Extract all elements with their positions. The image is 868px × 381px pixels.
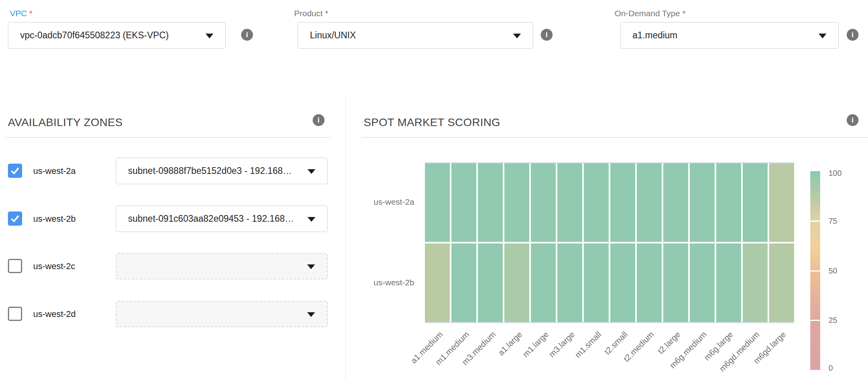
heatmap-cell-us-west-2b-a1.large [504, 243, 529, 322]
dropdown-arrow-icon [308, 217, 315, 222]
vpc-label-text: VPC [10, 9, 27, 18]
spot-configuration-page: VPC * vpc-0adcb70f645508223 (EKS-VPC) i … [0, 0, 868, 381]
heatmap-column-label: t2.large [656, 330, 682, 356]
on-demand-type-select[interactable]: a1.medium [620, 22, 839, 49]
heatmap-cell-us-west-2a-t2.medium [637, 163, 662, 242]
product-select-value: Linux/UNIX [310, 30, 356, 41]
zone-row-us-west-2c: us-west-2c [0, 253, 345, 279]
subnet-select-value: subnet-091c603aa82e09453 - 192.168… [128, 213, 294, 224]
heatmap-column-label: m1.large [521, 330, 550, 359]
vpc-select[interactable]: vpc-0adcb70f645508223 (EKS-VPC) [8, 22, 226, 49]
spot-market-scoring-title: SPOT MARKET SCORING [364, 116, 500, 129]
heatmap-cell-us-west-2b-m1.medium [451, 243, 476, 322]
vpc-info-icon[interactable]: i [241, 29, 253, 41]
colorbar-tick-label: 50 [828, 266, 837, 275]
subnet-select-value: subnet-09888f7be5152d0e3 - 192.168… [128, 166, 292, 176]
vpc-required-marker: * [29, 9, 32, 18]
zone-checkbox-us-west-2c[interactable] [8, 259, 22, 273]
heatmap-cell-us-west-2b-m6g.large [716, 243, 741, 322]
heatmap-cell-us-west-2b-m1.large [531, 243, 556, 322]
heatmap-grid [425, 162, 794, 323]
dropdown-arrow-icon [206, 34, 213, 38]
dropdown-arrow-icon [513, 34, 521, 38]
dropdown-arrow-icon [819, 34, 826, 38]
section-divider [345, 96, 346, 381]
colorbar-tick-label: 25 [828, 316, 837, 325]
product-required-marker: * [325, 9, 328, 18]
heatmap-cell-us-west-2b-t2.large [663, 243, 688, 322]
on-demand-type-required-marker: * [682, 9, 685, 18]
heatmap-column-label: t2.small [602, 330, 629, 356]
product-label: Product * [294, 9, 328, 18]
product-label-text: Product [294, 9, 323, 18]
zone-checkbox-us-west-2a[interactable] [8, 164, 22, 178]
heatmap-cell-us-west-2b-m3.medium [478, 243, 503, 322]
heatmap-cell-us-west-2b-m3.large [557, 243, 582, 322]
heatmap-row-label: us-west-2b [351, 278, 414, 287]
vpc-label: VPC * [10, 9, 32, 18]
on-demand-type-label: On-Demand Type * [615, 9, 685, 18]
heatmap-cell-us-west-2b-m6g.medium [690, 243, 715, 322]
heatmap-cell-us-west-2b-a1.medium [425, 243, 450, 322]
dropdown-arrow-icon [307, 312, 315, 317]
check-icon [9, 165, 21, 177]
product-info-icon[interactable]: i [541, 29, 553, 41]
zone-checkbox-us-west-2d[interactable] [8, 307, 22, 321]
subnet-select-us-west-2c[interactable] [116, 253, 328, 279]
zone-label: us-west-2d [33, 301, 76, 327]
heatmap-column-label: a1.large [496, 330, 524, 358]
heatmap-colorbar [810, 171, 820, 370]
on-demand-type-info-icon[interactable]: i [847, 29, 859, 41]
on-demand-type-select-value: a1.medium [632, 30, 677, 41]
heatmap-cell-us-west-2a-m1.large [531, 163, 556, 242]
heatmap-cell-us-west-2b-m1.small [584, 243, 609, 322]
heatmap-cell-us-west-2a-t2.small [610, 163, 635, 242]
availability-zones-title: AVAILABILITY ZONES [8, 116, 123, 129]
dropdown-arrow-icon [308, 169, 315, 174]
heatmap-cell-us-west-2b-t2.small [610, 243, 635, 322]
colorbar-tick-label: 100 [828, 169, 842, 178]
zone-label: us-west-2b [33, 206, 76, 232]
heatmap-cell-us-west-2a-m1.small [584, 163, 609, 242]
subnet-select-us-west-2a[interactable]: subnet-09888f7be5152d0e3 - 192.168… [116, 158, 328, 184]
heatmap-cell-us-west-2a-m6gd.medium [743, 163, 768, 242]
zone-row-us-west-2b: us-west-2bsubnet-091c603aa82e09453 - 192… [0, 206, 345, 232]
heatmap-cell-us-west-2a-m6g.large [716, 163, 741, 242]
heatmap-column-label: m3.large [547, 330, 577, 359]
zone-row-us-west-2d: us-west-2d [0, 301, 345, 327]
spot-market-scoring-divider [361, 137, 868, 138]
spot-market-scoring-info-icon[interactable]: i [847, 114, 859, 126]
heatmap-cell-us-west-2a-m3.large [557, 163, 582, 242]
vpc-select-value: vpc-0adcb70f645508223 (EKS-VPC) [20, 30, 169, 41]
heatmap-row-label: us-west-2a [351, 197, 414, 207]
availability-zones-divider [6, 137, 330, 138]
heatmap-cell-us-west-2b-t2.medium [637, 243, 662, 322]
subnet-select-us-west-2d[interactable] [116, 301, 328, 327]
heatmap-cell-us-west-2a-m6g.medium [690, 163, 715, 242]
check-icon [9, 213, 21, 224]
zone-row-us-west-2a: us-west-2asubnet-09888f7be5152d0e3 - 192… [0, 158, 345, 184]
zone-label: us-west-2c [33, 253, 75, 279]
dropdown-arrow-icon [307, 264, 315, 269]
on-demand-type-label-text: On-Demand Type [615, 9, 680, 18]
colorbar-tick-label: 0 [828, 364, 833, 373]
heatmap-cell-us-west-2b-m6gd.large [769, 243, 794, 322]
heatmap-cell-us-west-2a-a1.medium [425, 163, 450, 242]
heatmap-cell-us-west-2a-m3.medium [478, 163, 503, 242]
availability-zones-info-icon[interactable]: i [313, 114, 325, 126]
product-select[interactable]: Linux/UNIX [298, 22, 533, 49]
zone-checkbox-us-west-2b[interactable] [8, 211, 22, 226]
colorbar-tick [810, 270, 820, 272]
heatmap-cell-us-west-2a-m1.medium [451, 163, 476, 242]
heatmap-column-label: m1.small [573, 330, 603, 360]
heatmap-cell-us-west-2a-m6gd.large [769, 163, 794, 242]
subnet-select-us-west-2b[interactable]: subnet-091c603aa82e09453 - 192.168… [116, 206, 328, 232]
colorbar-tick [810, 320, 820, 321]
heatmap-cell-us-west-2a-a1.large [504, 163, 529, 242]
colorbar-tick [810, 221, 820, 222]
zone-label: us-west-2a [33, 158, 76, 184]
heatmap-cell-us-west-2a-t2.large [663, 163, 688, 242]
heatmap-cell-us-west-2b-m6gd.medium [743, 243, 768, 322]
colorbar-tick-label: 75 [828, 216, 837, 225]
